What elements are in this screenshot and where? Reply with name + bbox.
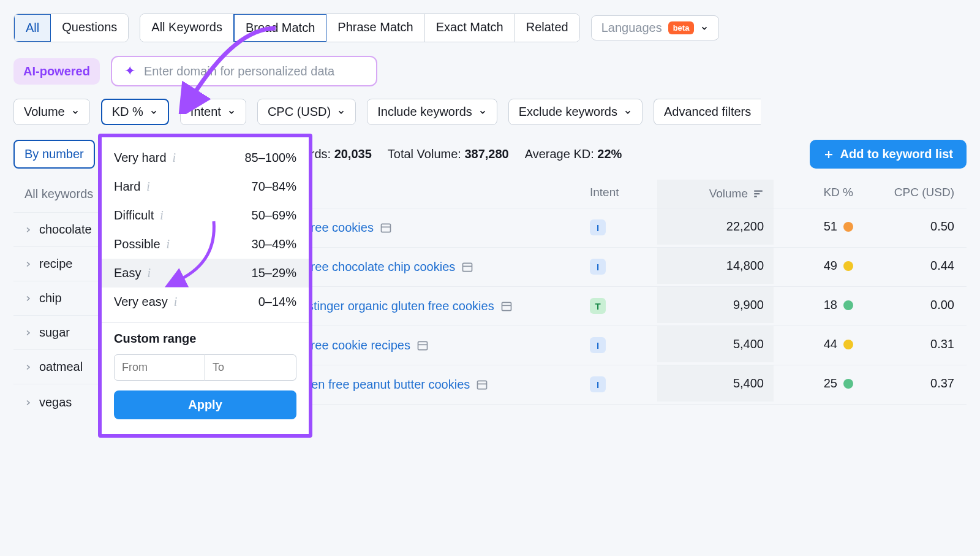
languages-dropdown[interactable]: Languages beta xyxy=(591,15,720,40)
serp-icon[interactable] xyxy=(476,379,488,391)
kd-cell: 51 xyxy=(774,219,865,234)
filter-cpc[interactable]: CPC (USD) xyxy=(257,99,356,125)
kd-dot-icon xyxy=(843,340,853,349)
cpc-cell: 0.50 xyxy=(865,219,967,234)
kd-option-label: Difficult xyxy=(114,208,154,223)
custom-range-label: Custom range xyxy=(114,332,296,346)
filter-advanced-label: Advanced filters xyxy=(664,105,751,119)
chevron-down-icon xyxy=(149,108,158,116)
tabs-primary: All Questions xyxy=(13,13,129,42)
serp-icon[interactable] xyxy=(417,340,429,352)
intent-badge: I xyxy=(590,376,606,392)
th-cpc[interactable]: CPC (USD) xyxy=(865,186,967,199)
th-volume-label: Volume xyxy=(709,187,748,200)
serp-icon[interactable] xyxy=(380,222,392,234)
filter-intent-label: Intent xyxy=(190,105,221,119)
kd-dot-icon xyxy=(843,379,853,389)
stat-volume: Total Volume: 387,280 xyxy=(388,147,509,161)
domain-input-wrapper[interactable]: ✦ xyxy=(111,56,377,86)
sparkle-icon: ✦ xyxy=(124,63,135,79)
table-row: honey stinger organic gluten free cookie… xyxy=(234,287,967,326)
kd-option-range: 30–49% xyxy=(252,237,296,251)
apply-button[interactable]: Apply xyxy=(114,390,296,419)
kd-option-range: 0–14% xyxy=(258,295,296,309)
filter-advanced[interactable]: Advanced filters xyxy=(654,99,761,125)
table-row: ✓ gluten free peanut butter cookies I 5,… xyxy=(234,365,967,405)
filter-include[interactable]: Include keywords xyxy=(367,99,497,125)
kd-option-label: Very easy xyxy=(114,295,168,309)
kd-option-range: 15–29% xyxy=(252,266,296,280)
info-icon: i xyxy=(147,266,151,280)
filter-kd[interactable]: KD % xyxy=(101,99,169,125)
group-name: recipe xyxy=(39,257,72,271)
kd-option[interactable]: Very easy i0–14% xyxy=(102,288,309,316)
kd-option[interactable]: Hard i70–84% xyxy=(102,172,309,201)
kd-option-label: Very hard xyxy=(114,151,167,165)
domain-input[interactable] xyxy=(144,64,364,78)
kd-cell: 49 xyxy=(774,259,865,273)
info-icon: i xyxy=(167,237,170,251)
cpc-cell: 0.44 xyxy=(865,259,967,273)
add-to-keyword-list-button[interactable]: Add to keyword list xyxy=(810,140,967,169)
kd-option[interactable]: Easy i15–29% xyxy=(102,259,309,288)
custom-range-from[interactable] xyxy=(114,354,205,381)
filter-intent[interactable]: Intent xyxy=(180,99,246,125)
group-name: oatmeal xyxy=(39,360,83,374)
custom-range-to[interactable] xyxy=(205,354,296,381)
intent-badge: T xyxy=(590,298,606,314)
info-icon: i xyxy=(146,180,150,194)
filter-kd-label: KD % xyxy=(112,105,143,119)
cpc-cell: 0.31 xyxy=(865,337,967,351)
kd-option-range: 85–100% xyxy=(244,151,296,165)
group-name: chocolate xyxy=(39,223,92,237)
table-row: gluten free cookie recipes I 5,400 44 0.… xyxy=(234,326,967,365)
filter-exclude-label: Exclude keywords xyxy=(519,105,617,119)
svg-rect-5 xyxy=(502,302,511,310)
th-keyword: word xyxy=(271,186,590,199)
keyword-link[interactable]: gluten free peanut butter cookies xyxy=(292,376,470,393)
kd-dot-icon xyxy=(843,300,853,310)
chevron-down-icon xyxy=(337,108,345,116)
filter-cpc-label: CPC (USD) xyxy=(268,105,331,119)
beta-badge: beta xyxy=(668,21,695,34)
tab-broad-match[interactable]: Broad Match xyxy=(233,13,327,42)
chevron-right-icon xyxy=(24,326,32,340)
intent-badge: I xyxy=(590,219,606,235)
intent-badge: I xyxy=(590,337,606,353)
serp-icon[interactable] xyxy=(461,261,473,273)
filter-volume[interactable]: Volume xyxy=(13,99,90,125)
svg-rect-1 xyxy=(381,224,390,232)
tab-questions[interactable]: Questions xyxy=(51,14,128,42)
chevron-down-icon xyxy=(700,24,709,32)
filter-volume-label: Volume xyxy=(24,105,65,119)
tab-all[interactable]: All xyxy=(13,13,51,42)
keywords-table: word Intent Volume KD % CPC (USD) gluten… xyxy=(234,180,967,421)
th-intent: Intent xyxy=(590,186,657,199)
sort-desc-icon xyxy=(753,189,764,198)
cpc-cell: 0.00 xyxy=(865,298,967,312)
tab-phrase-match[interactable]: Phrase Match xyxy=(326,14,424,42)
tab-related[interactable]: Related xyxy=(515,14,579,42)
stat-keywords: rds: 20,035 xyxy=(311,147,372,161)
kd-option[interactable]: Very hard i85–100% xyxy=(102,143,309,172)
tab-all-keywords[interactable]: All Keywords xyxy=(140,14,234,42)
volume-cell: 9,900 xyxy=(657,287,774,323)
chevron-right-icon xyxy=(24,291,32,305)
kd-option-label: Hard xyxy=(114,180,140,194)
serp-icon[interactable] xyxy=(500,300,513,313)
th-volume[interactable]: Volume xyxy=(657,180,774,208)
plus-icon xyxy=(823,149,834,160)
chevron-down-icon xyxy=(71,108,80,116)
filter-exclude[interactable]: Exclude keywords xyxy=(508,99,643,125)
chevron-down-icon xyxy=(478,108,487,116)
tab-exact-match[interactable]: Exact Match xyxy=(425,14,515,42)
languages-label: Languages xyxy=(601,21,662,35)
volume-cell: 5,400 xyxy=(657,365,774,402)
th-kd[interactable]: KD % xyxy=(774,186,865,199)
chevron-right-icon xyxy=(24,257,32,271)
kd-option[interactable]: Difficult i50–69% xyxy=(102,201,309,230)
ai-powered-badge: AI-powered xyxy=(13,58,100,85)
kd-option[interactable]: Possible i30–49% xyxy=(102,230,309,259)
by-number-toggle[interactable]: By number xyxy=(13,140,95,169)
filter-include-label: Include keywords xyxy=(377,105,472,119)
